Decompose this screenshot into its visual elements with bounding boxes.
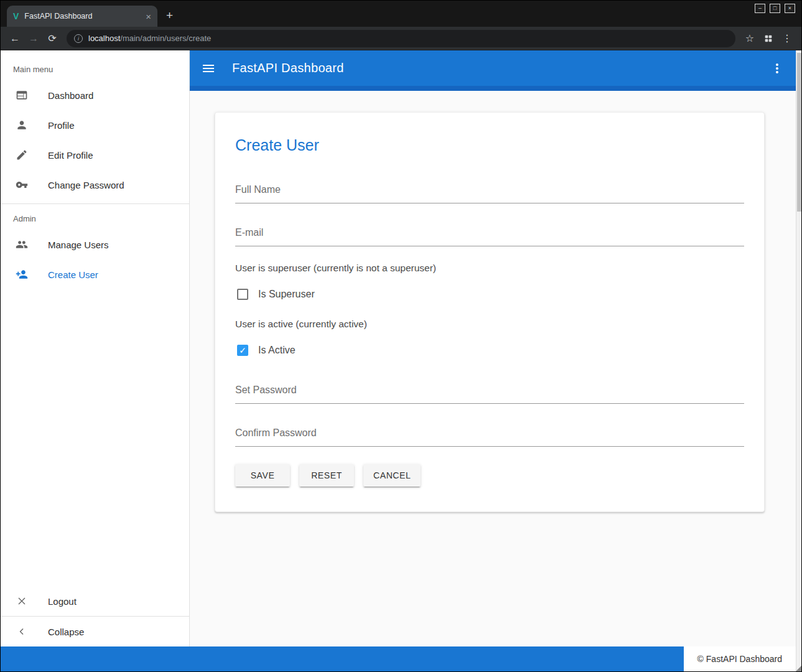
set-password-field-wrap (235, 383, 744, 404)
sidebar-item-profile[interactable]: Profile (1, 110, 189, 140)
sidebar-item-logout[interactable]: Logout (1, 586, 189, 616)
reload-icon[interactable]: ⟳ (43, 29, 62, 48)
address-bar[interactable]: i localhost/main/admin/users/create (67, 30, 735, 47)
page: Main menu Dashboard Profile (1, 50, 801, 671)
browser-tab[interactable]: V FastAPI Dashboard × (7, 6, 157, 27)
url-host: localhost/main/admin/users/create (88, 34, 211, 43)
sidebar-item-label: Collapse (48, 627, 84, 637)
content-area: Create User User is superuser (currently… (190, 91, 796, 646)
favicon-icon: V (13, 11, 19, 21)
sidebar-item-manage-users[interactable]: Manage Users (1, 230, 189, 259)
sidebar-item-label: Change Password (48, 180, 124, 190)
people-icon (16, 238, 28, 251)
window-close-button[interactable]: × (785, 4, 795, 13)
page-scrollbar[interactable] (796, 50, 801, 671)
sidebar-item-label: Logout (48, 596, 77, 607)
maximize-button[interactable]: □ (770, 4, 780, 13)
window-controls: – □ × (755, 4, 795, 13)
confirm-password-field-wrap (235, 426, 744, 447)
active-hint: User is active (currently active) (235, 319, 744, 330)
app-bar-shadow (190, 86, 796, 91)
sidebar: Main menu Dashboard Profile (1, 50, 190, 646)
sidebar-divider (1, 203, 189, 204)
email-input[interactable] (235, 226, 744, 246)
sidebar-section-main-menu: Main menu (1, 50, 189, 80)
sidebar-item-collapse[interactable]: Collapse (1, 617, 189, 646)
create-user-card: Create User User is superuser (currently… (215, 112, 765, 512)
forward-icon[interactable]: → (24, 29, 43, 48)
full-name-field-wrap (235, 183, 744, 203)
bookmark-star-icon[interactable]: ☆ (740, 29, 759, 48)
email-field-wrap (235, 226, 744, 246)
more-vert-icon[interactable] (770, 61, 785, 76)
superuser-checkbox[interactable] (237, 289, 248, 300)
app-bar: FastAPI Dashboard (190, 50, 796, 86)
sidebar-item-label: Dashboard (48, 90, 93, 101)
tab-title: FastAPI Dashboard (24, 12, 140, 21)
person-icon (16, 119, 28, 131)
pencil-icon (16, 149, 28, 161)
chevron-left-icon (16, 625, 28, 638)
hamburger-menu-icon[interactable] (201, 61, 216, 76)
dashboard-icon (16, 89, 28, 101)
person-add-icon (16, 268, 28, 281)
minimize-button[interactable]: – (755, 4, 765, 13)
site-info-icon[interactable]: i (74, 34, 83, 43)
app-title: FastAPI Dashboard (232, 61, 770, 75)
reset-button[interactable]: RESET (299, 464, 354, 487)
key-icon (16, 179, 28, 191)
sidebar-item-create-user[interactable]: Create User (1, 259, 189, 289)
browser-menu-icon[interactable]: ⋮ (778, 29, 796, 48)
tab-close-icon[interactable]: × (146, 11, 151, 22)
browser-navbar: ← → ⟳ i localhost/main/admin/users/creat… (1, 27, 801, 50)
resize-grip (796, 666, 801, 671)
sidebar-item-dashboard[interactable]: Dashboard (1, 80, 189, 110)
superuser-checkbox-row[interactable]: Is Superuser (235, 289, 744, 300)
active-checkbox-label: Is Active (258, 345, 296, 356)
footer-bar: © FastAPI Dashboard (1, 646, 796, 671)
sidebar-item-label: Edit Profile (48, 150, 93, 161)
sidebar-item-label: Create User (48, 269, 98, 280)
sidebar-item-label: Profile (48, 120, 75, 131)
form-actions: SAVE RESET CANCEL (235, 464, 744, 487)
sidebar-spacer (1, 289, 189, 586)
superuser-checkbox-label: Is Superuser (258, 289, 315, 300)
browser-window: V FastAPI Dashboard × + – □ × ← → ⟳ i lo… (0, 0, 802, 672)
cancel-button[interactable]: CANCEL (363, 464, 421, 487)
sidebar-item-change-password[interactable]: Change Password (1, 170, 189, 200)
confirm-password-input[interactable] (235, 426, 744, 447)
browser-tab-strip: V FastAPI Dashboard × + – □ × (1, 1, 801, 27)
main-area: FastAPI Dashboard Create User (190, 50, 796, 646)
save-button[interactable]: SAVE (235, 464, 290, 487)
back-icon[interactable]: ← (6, 29, 24, 48)
sidebar-item-edit-profile[interactable]: Edit Profile (1, 140, 189, 170)
active-checkbox-row[interactable]: ✓ Is Active (235, 345, 744, 356)
extensions-icon[interactable] (759, 29, 778, 48)
active-checkbox[interactable]: ✓ (237, 345, 248, 356)
page-title: Create User (235, 136, 744, 154)
footer-copyright: © FastAPI Dashboard (684, 646, 796, 671)
full-name-input[interactable] (235, 183, 744, 203)
new-tab-button[interactable]: + (166, 9, 173, 22)
sidebar-section-admin: Admin (1, 208, 189, 230)
sidebar-item-label: Manage Users (48, 240, 109, 250)
scrollbar-thumb[interactable] (797, 53, 801, 212)
superuser-hint: User is superuser (currently is not a su… (235, 263, 744, 274)
close-x-icon (16, 595, 28, 607)
set-password-input[interactable] (235, 383, 744, 404)
